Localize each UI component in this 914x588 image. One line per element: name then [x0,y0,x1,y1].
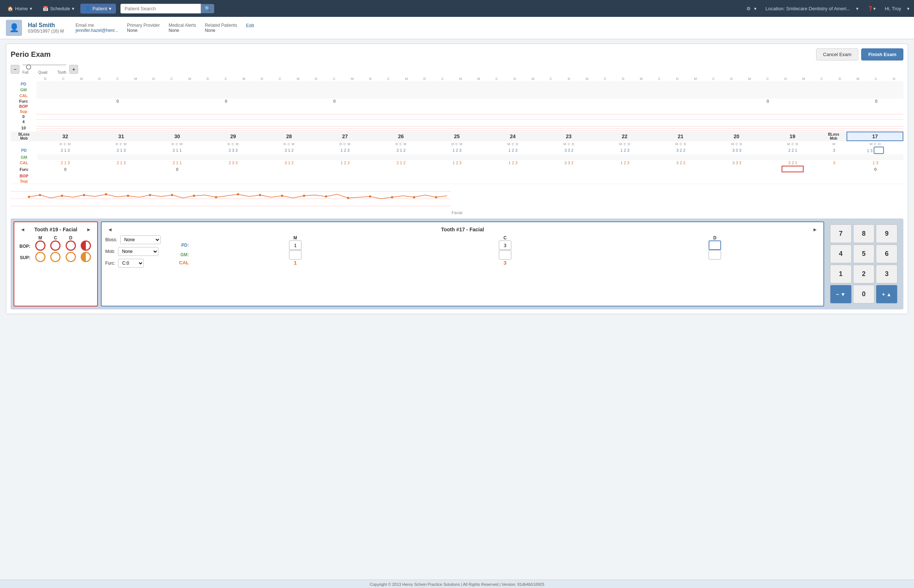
facial-chart-svg [11,184,451,210]
patient-chevron-icon: ▾ [109,6,112,11]
tooth19-panel-header: ◄ Tooth #19 - Facial ► [18,226,94,233]
mob-field: Mob: None [105,247,171,256]
gm-d-input[interactable] [709,250,721,260]
edit-patient-link[interactable]: Edit [246,23,254,33]
numpad-minus-down[interactable]: − ▼ [830,285,852,304]
patient-header: 👤 Hal Smith 03/05/1997 (16) M Email me j… [0,17,914,39]
mob-select[interactable]: None [118,247,159,256]
cancel-exam-button[interactable]: Cancel Exam [816,48,858,60]
footer-text: Copyright © 2013 Henry Schein Practice S… [370,582,544,586]
furc-row-upper: Furc 0 0 0 [11,99,903,104]
upper-chart-section: DCM DCM DCM DCM DCM DCM DCM DCM MCD MCD … [11,77,903,132]
upper-chart-table: DCM DCM DCM DCM DCM DCM DCM DCM MCD MCD … [11,77,903,132]
numpad-grid: 7 8 9 4 5 6 1 2 3 − ▼ 0 + ▲ [827,221,900,307]
tooth17-next-button[interactable]: ► [810,226,820,233]
furc-row-lower: Furc 0 0 [11,165,903,173]
bop-circles-row: BOP: [18,241,94,252]
main-content: Perio Exam Cancel Exam Finish Exam − Ful… [0,39,914,580]
gm-m-input[interactable] [289,250,301,260]
finish-exam-button[interactable]: Finish Exam [861,48,903,60]
tooth17-prev-button[interactable]: ◄ [105,226,115,233]
numpad-1[interactable]: 1 [830,265,852,283]
sup-d-circle[interactable] [66,252,76,262]
search-input[interactable] [120,4,201,14]
pd-inputs-row: PD: [177,241,820,250]
primary-provider-value: None [127,28,160,33]
pd-d-input-17[interactable] [709,241,721,250]
related-patients-meta: Related Patients None [205,23,237,33]
gm-c-input[interactable] [499,250,511,260]
svg-point-10 [149,194,151,196]
tooth19-grid: M C D BOP: [18,235,94,263]
bop-m-circle[interactable] [35,241,45,251]
help-button[interactable]: ❓▾ [863,4,880,14]
svg-point-5 [39,194,41,196]
graph-4-upper: 4 [11,119,903,124]
pd-row-lower: PD 2 1 3 2 1 3 2 1 1 2 3 3 3 1 2 1 2 3 2… [11,146,903,154]
lower-chart-table: D C M D C M D C M D C M D C M D C M D C … [11,141,903,184]
user-chevron-icon: ▾ [907,6,909,11]
tooth19-title: Tooth #19 - Facial [28,226,84,233]
patient-button[interactable]: 👤 Patient ▾ [80,4,116,14]
bop-c-circle[interactable] [50,241,60,251]
bop-d-circle[interactable] [66,241,76,251]
bloss-field: Bloss: None [105,235,171,244]
cal-m-value: 1 [294,260,297,266]
svg-point-17 [303,195,305,197]
tooth-numbers-row: BLossMob 32 31 30 29 28 27 26 25 24 23 2… [11,132,903,141]
zoom-thumb[interactable] [26,65,31,69]
numpad-7[interactable]: 7 [830,225,852,243]
numpad-9[interactable]: 9 [876,225,898,243]
bop-summary-circle [81,241,91,251]
tooth19-prev-button[interactable]: ◄ [18,226,28,233]
furc-select[interactable]: C:0 C:1 C:2 C:3 [118,259,144,268]
svg-point-19 [347,197,349,199]
zoom-out-button[interactable]: − [11,65,19,74]
home-icon: 🏠 [7,6,13,11]
numpad-6[interactable]: 6 [876,244,898,263]
svg-point-9 [127,195,129,197]
gm-row-upper: GM [11,87,903,93]
search-icon: 🔍 [205,6,210,11]
pd-d-input[interactable] [874,147,884,154]
patient-name: Hal Smith [28,22,64,29]
patient-email[interactable]: jennifer.hazel@henr... [76,28,118,33]
nav-right-area: ⚙▾ Location: Smilecare Dentistry of Amer… [741,4,911,14]
bop-row-lower: BOP [11,173,903,179]
dcm-header-row-upper: DCM DCM DCM DCM DCM DCM DCM DCM MCD MCD … [11,77,903,81]
tooth19-next-button[interactable]: ► [84,226,94,233]
numpad-4[interactable]: 4 [830,244,852,263]
perio-card: Perio Exam Cancel Exam Finish Exam − Ful… [6,44,908,314]
zoom-in-button[interactable]: + [69,65,78,74]
numpad-5[interactable]: 5 [853,244,875,263]
numpad-plus-up[interactable]: + ▲ [876,285,898,304]
schedule-chevron-icon: ▾ [72,6,74,11]
pd-m-input[interactable] [289,241,301,250]
tooth17-title: Tooth #17 - Facial [115,226,810,233]
settings-button[interactable]: ⚙▾ [741,4,761,14]
perio-action-buttons: Cancel Exam Finish Exam [816,48,903,60]
svg-point-6 [61,195,63,197]
svg-point-18 [325,195,327,197]
search-button[interactable]: 🔍 [201,4,214,13]
home-chevron-icon: ▾ [30,6,32,11]
sup-c-circle[interactable] [50,252,60,262]
page-title: Perio Exam [11,50,51,59]
bloss-select[interactable]: None [120,235,161,244]
pd-c-input[interactable] [499,241,511,250]
schedule-button[interactable]: 📅 Schedule ▾ [38,4,79,14]
home-button[interactable]: 🏠 Home ▾ [3,4,37,14]
numpad-0[interactable]: 0 [853,285,875,304]
perio-header: Perio Exam Cancel Exam Finish Exam [11,48,903,60]
sup-m-circle[interactable] [35,252,45,262]
zoom-slider[interactable] [23,64,66,70]
location-label: Location: Smilecare Dentistry of Ameri..… [765,6,850,11]
svg-point-14 [237,193,239,195]
numpad-8[interactable]: 8 [853,225,875,243]
bop-row-upper: BOP [11,104,903,109]
svg-point-20 [369,195,371,197]
patient-icon: 👤 [85,6,91,11]
schedule-icon: 📅 [42,6,49,11]
numpad-3[interactable]: 3 [876,265,898,283]
numpad-2[interactable]: 2 [853,265,875,283]
